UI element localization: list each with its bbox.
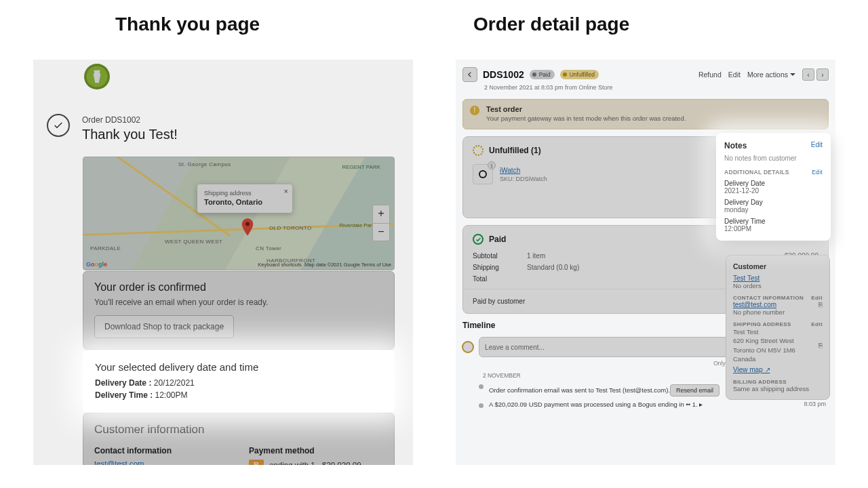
paid-heading: Paid <box>489 235 506 244</box>
map-pin-icon <box>241 218 254 239</box>
edit-link[interactable]: Edit <box>728 70 741 79</box>
ship-line: Test Test <box>733 327 795 336</box>
order-title: DDS1002 <box>483 69 524 80</box>
ship-line: Canada <box>733 354 795 363</box>
popup-city: Toronto, Ontario <box>204 198 285 206</box>
download-shop-button[interactable]: Download Shop to track package <box>94 315 234 338</box>
detail-value: 12:00PM <box>724 225 823 232</box>
order-detail-panel: DDS1002 Paid Unfulfilled Refund Edit Mor… <box>456 60 835 465</box>
prev-order-button[interactable]: ‹ <box>802 68 814 81</box>
map-label: PARKDALE <box>90 245 121 251</box>
left-title: Thank you page <box>115 14 260 35</box>
detail-value: 2021-12-20 <box>724 187 823 195</box>
zoom-in-button[interactable]: + <box>373 205 389 223</box>
map-label: REGENT PARK <box>342 164 380 170</box>
store-logo <box>84 64 110 89</box>
confirmed-title: Your order is confirmed <box>94 281 383 293</box>
edit-details-link[interactable]: Edit <box>812 169 823 176</box>
order-subtitle: 2 November 2021 at 8:03 pm from Online S… <box>456 84 835 96</box>
test-order-banner: ! Test order Your payment gateway was in… <box>462 99 829 129</box>
delivery-time-value: 12:00PM <box>155 390 188 400</box>
paid-badge: Paid <box>530 70 555 79</box>
order-header: DDS1002 Paid Unfulfilled Refund Edit Mor… <box>456 60 835 84</box>
billing-heading: BILLING ADDRESS <box>733 379 823 385</box>
order-confirmed-card: Your order is confirmed You'll receive a… <box>83 271 395 350</box>
chevron-down-icon <box>790 73 795 79</box>
payment-line: ending with 1 - $20,020.09 <box>269 461 361 465</box>
delivery-time-label: Delivery Time : <box>95 390 153 400</box>
notes-empty: No notes from customer <box>724 155 823 162</box>
confirmed-sub: You'll receive an email when your order … <box>94 298 383 307</box>
contact-heading: CONTACT INFORMATION <box>733 295 804 301</box>
customer-heading: Customer <box>733 262 766 270</box>
contact-label: Contact information <box>94 446 229 455</box>
copy-icon[interactable]: ⎘ <box>818 301 823 308</box>
order-number: Order DDS1002 <box>82 115 140 125</box>
shipping-heading: SHIPPING ADDRESS <box>733 321 791 327</box>
zoom-out-button[interactable]: − <box>373 223 389 241</box>
view-map-link[interactable]: View map ↗ <box>733 366 823 373</box>
google-logo: Google <box>86 261 107 268</box>
banner-title: Test order <box>486 105 821 113</box>
edit-notes-link[interactable]: Edit <box>811 141 823 150</box>
map-label: CN Tower <box>256 245 281 251</box>
next-order-button[interactable]: › <box>816 68 829 81</box>
customer-link[interactable]: Test Test <box>733 274 823 282</box>
detail-label: Delivery Date <box>724 180 823 187</box>
banner-sub: Your payment gateway was in test mode wh… <box>486 115 821 122</box>
contact-email-link[interactable]: test@test.com <box>733 301 776 308</box>
unfulfilled-heading: Unfulfilled (1) <box>489 146 541 155</box>
avatar <box>462 341 474 353</box>
edit-shipping-link[interactable]: Edit <box>811 321 823 327</box>
customer-card: Customer Test Test No orders CONTACT INF… <box>726 255 830 400</box>
comment-input[interactable] <box>485 344 758 351</box>
delivery-date-value: 20/12/2021 <box>154 378 195 388</box>
product-sku: SKU: DDSiWatch <box>500 176 547 182</box>
refund-link[interactable]: Refund <box>698 70 722 79</box>
thankyou-heading: Thank you Test! <box>82 127 178 142</box>
delivery-date-label: Delivery Date : <box>95 378 151 388</box>
more-actions-menu[interactable]: More actions <box>747 70 795 79</box>
customer-info-card: Customer information Contact information… <box>83 413 395 465</box>
customer-orders: No orders <box>733 282 823 289</box>
detail-value: monday <box>724 206 823 214</box>
detail-label: Delivery Time <box>724 218 823 225</box>
product-link[interactable]: iWatch <box>500 167 547 174</box>
edit-contact-link[interactable]: Edit <box>811 295 823 301</box>
detail-label: Delivery Day <box>724 199 823 206</box>
svg-point-2 <box>480 171 486 177</box>
resend-email-button[interactable]: Resend email <box>670 384 719 396</box>
ship-line: Toronto ON M5V 1M6 <box>733 346 795 354</box>
map-zoom[interactable]: +− <box>372 205 390 241</box>
timeline-title: Timeline <box>462 321 495 330</box>
back-button[interactable] <box>462 67 477 82</box>
contact-email: test@test.com <box>94 460 229 465</box>
ship-line: 620 King Street West <box>733 336 795 345</box>
unfulfilled-icon <box>473 145 484 156</box>
payment-label: Payment method <box>249 446 383 455</box>
checkmark-icon <box>47 114 70 137</box>
map-label: St. George Campus <box>178 161 231 167</box>
billing-line: Same as shipping address <box>733 385 823 392</box>
map-label: OLD TORONTO <box>269 225 312 231</box>
unfulfilled-badge: Unfulfilled <box>560 70 599 79</box>
product-thumb: 1 <box>473 164 493 184</box>
additional-details-heading: ADDITIONAL DETAILS <box>724 169 789 176</box>
right-title: Order detail page <box>473 14 629 35</box>
popup-title: Shipping address <box>204 190 285 197</box>
card-brand-icon: B <box>249 460 264 465</box>
qty-badge: 1 <box>488 161 496 169</box>
map-footer: Keyboard shortcuts Map data ©2021 Google… <box>258 262 391 268</box>
shipping-map[interactable]: REGENT PARK St. George Campus OLD TORONT… <box>83 157 395 270</box>
copy-icon[interactable]: ⎘ <box>818 342 823 349</box>
notes-heading: Notes <box>724 141 747 150</box>
close-icon[interactable]: × <box>284 187 288 195</box>
map-popup: × Shipping address Toronto, Ontario <box>197 184 292 213</box>
no-phone: No phone number <box>733 308 823 316</box>
delivery-title: Your selected delivery date and time <box>95 361 382 373</box>
notes-card: NotesEdit No notes from customer ADDITIO… <box>716 133 831 241</box>
svg-point-0 <box>245 222 250 226</box>
delivery-info-card: Your selected delivery date and time Del… <box>83 350 395 412</box>
warning-icon: ! <box>470 106 479 115</box>
customer-heading: Customer information <box>94 423 383 436</box>
